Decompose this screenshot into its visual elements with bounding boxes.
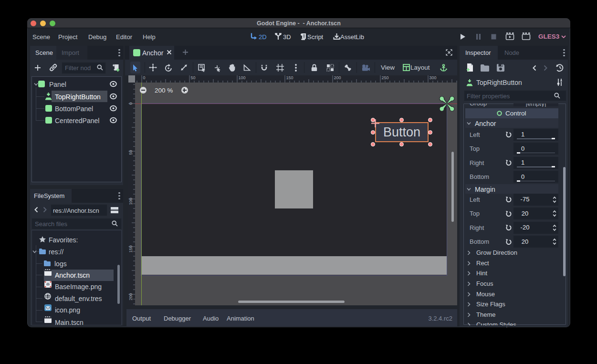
svg-text:150: 150	[128, 246, 133, 253]
svg-text:100: 100	[128, 198, 133, 205]
svg-text:0: 0	[143, 75, 146, 80]
svg-text:50: 50	[191, 75, 196, 80]
svg-text:0: 0	[128, 103, 133, 105]
svg-text:200: 200	[128, 293, 133, 301]
svg-text:50: 50	[128, 150, 133, 155]
svg-text:250: 250	[382, 75, 389, 80]
svg-text:200: 200	[334, 75, 341, 80]
svg-text:300: 300	[429, 75, 437, 80]
svg-text:150: 150	[286, 75, 293, 80]
svg-text:100: 100	[239, 75, 246, 80]
